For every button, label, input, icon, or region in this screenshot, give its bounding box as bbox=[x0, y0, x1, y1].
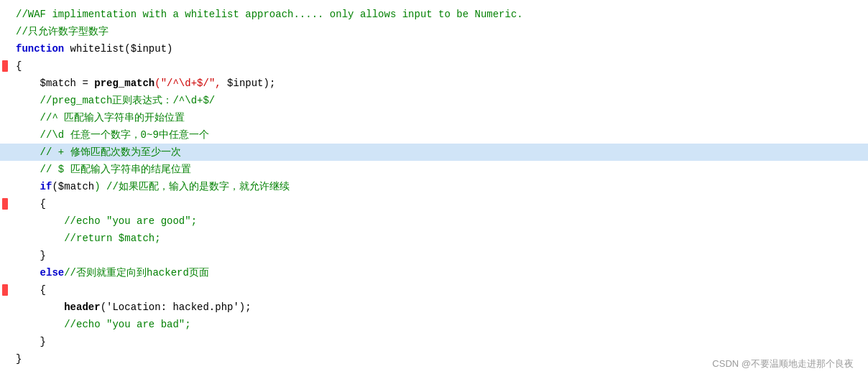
line-content: { bbox=[10, 282, 868, 298]
line-content: } bbox=[10, 248, 868, 263]
code-line: { bbox=[0, 195, 868, 212]
code-token: header bbox=[64, 301, 100, 313]
gutter-empty bbox=[0, 301, 10, 313]
code-line: { bbox=[0, 281, 868, 299]
code-token: = bbox=[76, 78, 94, 89]
code-token: if bbox=[40, 181, 52, 192]
code-line: function whitelist($input) bbox=[0, 40, 868, 57]
code-line: //return $match; bbox=[0, 230, 868, 247]
code-token: } bbox=[16, 353, 22, 365]
gutter-empty bbox=[0, 112, 10, 123]
code-line: //echo "you are bad"; bbox=[0, 316, 868, 333]
code-line: $match = preg_match("/^\d+$/", $input); bbox=[0, 75, 868, 92]
code-line: //^ 匹配输入字符串的开始位置 bbox=[0, 109, 868, 126]
code-line: //\d 任意一个数字，0~9中任意一个 bbox=[0, 126, 868, 144]
code-line: // + 修饰匹配次数为至少一次 bbox=[0, 144, 868, 161]
gutter-empty bbox=[0, 181, 10, 192]
gutter-empty bbox=[0, 43, 10, 55]
code-token: //^ 匹配输入字符串的开始位置 bbox=[16, 112, 185, 123]
code-token: { bbox=[16, 198, 46, 210]
code-token: //否则就重定向到hackerd页面 bbox=[64, 267, 209, 279]
code-line: } bbox=[0, 247, 868, 264]
code-token: { bbox=[16, 60, 22, 72]
breakpoint-marker bbox=[0, 60, 10, 72]
gutter-empty bbox=[0, 164, 10, 175]
line-content: //WAF implimentation with a whitelist ap… bbox=[10, 6, 868, 22]
gutter-empty bbox=[0, 215, 10, 227]
gutter-empty bbox=[0, 129, 10, 141]
gutter-empty bbox=[0, 233, 10, 244]
line-content: //echo "you are good"; bbox=[10, 213, 868, 229]
line-content: else//否则就重定向到hackerd页面 bbox=[10, 265, 868, 281]
code-line: else//否则就重定向到hackerd页面 bbox=[0, 264, 868, 281]
code-line: //WAF implimentation with a whitelist ap… bbox=[0, 6, 868, 23]
code-token: { bbox=[16, 284, 46, 296]
code-token bbox=[16, 267, 40, 279]
code-token: ('Location: hacked.php'); bbox=[101, 301, 251, 313]
code-line: } bbox=[0, 333, 868, 350]
code-token: } bbox=[16, 250, 46, 261]
line-content: } bbox=[10, 334, 868, 350]
gutter-empty bbox=[0, 146, 10, 158]
breakpoint-marker bbox=[0, 284, 10, 296]
code-editor: //WAF implimentation with a whitelist ap… bbox=[0, 0, 868, 379]
gutter-empty bbox=[0, 78, 10, 89]
code-line: header('Location: hacked.php'); bbox=[0, 299, 868, 316]
line-content: //echo "you are bad"; bbox=[10, 317, 868, 332]
gutter-empty bbox=[0, 336, 10, 347]
code-token: ( bbox=[52, 181, 57, 192]
gutter-empty bbox=[0, 26, 10, 37]
line-content: //^ 匹配输入字符串的开始位置 bbox=[10, 110, 868, 126]
code-token: function bbox=[16, 43, 64, 55]
gutter-empty bbox=[0, 319, 10, 330]
line-content: { bbox=[10, 58, 868, 74]
code-token: //只允许数字型数字 bbox=[16, 26, 108, 37]
code-token: preg_match bbox=[94, 78, 154, 89]
code-token: whitelist( bbox=[64, 43, 130, 55]
code-token: //echo "you are good"; bbox=[16, 215, 197, 227]
code-token bbox=[16, 301, 64, 313]
code-token: //WAF implimentation with a whitelist ap… bbox=[16, 9, 523, 20]
line-content: if($match) //如果匹配，输入的是数字，就允许继续 bbox=[10, 179, 868, 195]
code-token: else bbox=[40, 267, 65, 279]
line-content: function whitelist($input) bbox=[10, 41, 868, 57]
code-token: //return $match; bbox=[16, 233, 161, 244]
gutter-empty bbox=[0, 9, 10, 20]
code-line: //preg_match正则表达式：/^\d+$/ bbox=[0, 92, 868, 109]
line-content: { bbox=[10, 196, 868, 212]
code-token bbox=[16, 181, 40, 192]
line-content: // $ 匹配输入字符串的结尾位置 bbox=[10, 162, 868, 177]
code-token: $match bbox=[40, 78, 76, 89]
code-line: if($match) //如果匹配，输入的是数字，就允许继续 bbox=[0, 178, 868, 195]
line-content: $match = preg_match("/^\d+$/", $input); bbox=[10, 75, 868, 91]
gutter-empty bbox=[0, 95, 10, 106]
code-token: $input bbox=[227, 78, 263, 89]
code-token: //echo "you are bad"; bbox=[16, 319, 191, 330]
code-line: { bbox=[0, 57, 868, 75]
line-content: //只允许数字型数字 bbox=[10, 24, 868, 39]
gutter-empty bbox=[0, 250, 10, 261]
code-lines: //WAF implimentation with a whitelist ap… bbox=[0, 6, 868, 368]
gutter-empty bbox=[0, 353, 10, 365]
breakpoint-marker bbox=[0, 198, 10, 210]
gutter-empty bbox=[0, 267, 10, 279]
code-token bbox=[16, 78, 40, 89]
code-line: // $ 匹配输入字符串的结尾位置 bbox=[0, 161, 868, 178]
code-token: //\d 任意一个数字，0~9中任意一个 bbox=[16, 129, 209, 141]
code-token: $match bbox=[58, 181, 94, 192]
line-content: // + 修饰匹配次数为至少一次 bbox=[10, 144, 868, 160]
code-line: //echo "you are good"; bbox=[0, 212, 868, 230]
code-token: ) //如果匹配，输入的是数字，就允许继续 bbox=[94, 181, 290, 192]
code-token: // + 修饰匹配次数为至少一次 bbox=[16, 146, 181, 158]
code-token: ); bbox=[264, 78, 276, 89]
line-content: header('Location: hacked.php'); bbox=[10, 299, 868, 315]
line-content: //return $match; bbox=[10, 230, 868, 246]
code-token: //preg_match正则表达式：/^\d+$/ bbox=[16, 95, 215, 106]
watermark: CSDN @不要温顺地走进那个良夜 bbox=[712, 357, 854, 370]
code-token: ) bbox=[167, 43, 172, 55]
code-token: ("/^\d+$/", bbox=[154, 78, 227, 89]
code-token: // $ 匹配输入字符串的结尾位置 bbox=[16, 164, 191, 175]
code-token: } bbox=[16, 336, 46, 347]
code-token: $input bbox=[131, 43, 167, 55]
line-content: //\d 任意一个数字，0~9中任意一个 bbox=[10, 127, 868, 143]
